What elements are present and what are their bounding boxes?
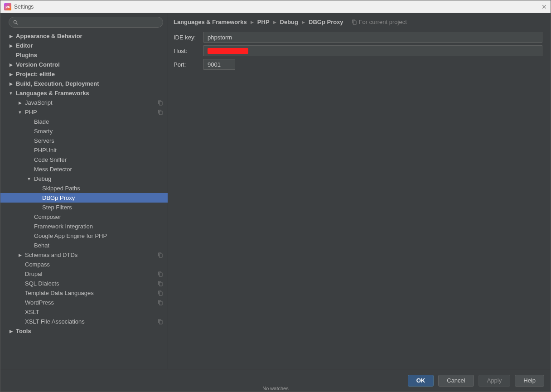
chevron-right-icon: ▶	[9, 63, 13, 67]
tree-item-code-sniffer[interactable]: ▶Code Sniffer	[0, 155, 168, 165]
chevron-right-icon: ▶	[9, 44, 13, 48]
host-label: Host:	[174, 48, 203, 54]
cancel-button[interactable]: Cancel	[438, 375, 474, 387]
tree-item-behat[interactable]: ▶Behat	[0, 241, 168, 250]
chevron-right-icon: ▶	[18, 101, 22, 105]
host-redacted-value	[208, 48, 248, 54]
tree-item-javascript[interactable]: ▶JavaScript	[0, 98, 168, 107]
copy-icon	[158, 319, 163, 324]
tree-item-framework-integration[interactable]: ▶Framework Integration	[0, 222, 168, 231]
tree-item-label: Smarty	[34, 128, 163, 135]
tree-item-xslt-file-associations[interactable]: ▶XSLT File Associations	[0, 317, 168, 326]
tree-item-label: Mess Detector	[34, 166, 163, 173]
tree-item-template-data-languages[interactable]: ▶Template Data Languages	[0, 288, 168, 298]
chevron-right-icon: ▶	[302, 20, 305, 24]
tree-item-step-filters[interactable]: ▶Step Filters	[0, 203, 168, 212]
tree-item-drupal[interactable]: ▶Drupal	[0, 269, 168, 279]
tree-item-label: Skipped Paths	[42, 185, 163, 192]
ide-key-label: IDE key:	[174, 34, 203, 41]
project-scope-hint: For current project	[352, 19, 407, 25]
crumb-1[interactable]: PHP	[257, 19, 270, 25]
tree-item-appearance-behavior[interactable]: ▶Appearance & Behavior	[0, 31, 168, 41]
copy-icon	[158, 252, 163, 258]
copy-icon	[158, 290, 163, 296]
help-button[interactable]: Help	[515, 375, 544, 387]
tree-item-plugins[interactable]: ▶Plugins	[0, 50, 168, 60]
tree-item-tools[interactable]: ▶Tools	[0, 326, 168, 336]
tree-item-label: XSLT	[25, 309, 163, 315]
tree-item-wordpress[interactable]: ▶WordPress	[0, 298, 168, 307]
tree-item-label: Tools	[16, 328, 163, 334]
tree-item-label: Build, Execution, Deployment	[16, 80, 163, 87]
copy-icon	[158, 110, 163, 115]
tree-item-label: Compass	[25, 261, 163, 268]
search-icon	[13, 19, 19, 25]
tree-item-label: Project: elittle	[16, 71, 163, 77]
tree-item-label: SQL Dialects	[25, 280, 158, 287]
crumb-3[interactable]: DBGp Proxy	[309, 19, 343, 25]
tree-item-label: Languages & Frameworks	[16, 90, 163, 97]
copy-icon	[158, 281, 163, 286]
ide-key-field[interactable]	[203, 32, 542, 43]
tree-item-label: Editor	[16, 42, 163, 49]
tree-item-blade[interactable]: ▶Blade	[0, 117, 168, 126]
tree-item-label: WordPress	[25, 299, 158, 306]
tree-item-label: Version Control	[16, 61, 163, 68]
tree-item-label: Appearance & Behavior	[16, 33, 163, 39]
search-input[interactable]	[19, 19, 159, 25]
tree-item-compass[interactable]: ▶Compass	[0, 260, 168, 269]
sidebar: ▶Appearance & Behavior▶Editor▶Plugins▶Ve…	[0, 13, 168, 369]
copy-icon	[352, 19, 357, 25]
tree-item-google-app-engine-for-php[interactable]: ▶Google App Engine for PHP	[0, 231, 168, 241]
tree-item-debug[interactable]: ▼Debug	[0, 174, 168, 184]
tree-item-sql-dialects[interactable]: ▶SQL Dialects	[0, 279, 168, 288]
tree-item-project-elittle[interactable]: ▶Project: elittle	[0, 69, 168, 79]
tree-item-composer[interactable]: ▶Composer	[0, 212, 168, 222]
crumb-2[interactable]: Debug	[280, 19, 298, 25]
titlebar: ps Settings ✕	[0, 0, 551, 13]
tree-item-languages-frameworks[interactable]: ▼Languages & Frameworks	[0, 88, 168, 98]
tree-item-build-execution-deployment[interactable]: ▶Build, Execution, Deployment	[0, 79, 168, 88]
chevron-right-icon: ▶	[251, 20, 254, 24]
tree-item-label: Servers	[34, 137, 163, 144]
status-bar-text: No watches	[0, 386, 551, 392]
tree-item-label: Composer	[34, 213, 163, 220]
close-icon[interactable]: ✕	[541, 3, 547, 10]
copy-icon	[158, 271, 163, 277]
chevron-down-icon: ▼	[9, 91, 13, 96]
tree-item-skipped-paths[interactable]: ▶Skipped Paths	[0, 184, 168, 193]
port-label: Port:	[174, 61, 203, 68]
tree-item-dbgp-proxy[interactable]: ▶DBGp Proxy	[0, 193, 168, 203]
ok-button[interactable]: OK	[408, 375, 434, 387]
tree-item-editor[interactable]: ▶Editor	[0, 41, 168, 50]
tree-item-schemas-and-dtds[interactable]: ▶Schemas and DTDs	[0, 250, 168, 260]
tree-item-xslt[interactable]: ▶XSLT	[0, 307, 168, 317]
main-panel: Languages & Frameworks ▶ PHP ▶ Debug ▶ D…	[168, 13, 551, 369]
tree-item-label: Behat	[34, 242, 163, 249]
port-field[interactable]	[203, 59, 235, 70]
breadcrumb: Languages & Frameworks ▶ PHP ▶ Debug ▶ D…	[168, 13, 551, 30]
tree-item-label: JavaScript	[25, 99, 158, 106]
tree-item-mess-detector[interactable]: ▶Mess Detector	[0, 165, 168, 174]
app-logo-icon: ps	[4, 3, 11, 10]
chevron-right-icon: ▶	[18, 253, 22, 257]
crumb-0[interactable]: Languages & Frameworks	[174, 19, 247, 25]
tree-item-version-control[interactable]: ▶Version Control	[0, 60, 168, 69]
tree-item-smarty[interactable]: ▶Smarty	[0, 126, 168, 136]
host-field[interactable]	[203, 45, 542, 56]
tree-item-label: Debug	[34, 175, 163, 182]
settings-tree[interactable]: ▶Appearance & Behavior▶Editor▶Plugins▶Ve…	[0, 29, 168, 369]
tree-item-php[interactable]: ▼PHP	[0, 107, 168, 117]
tree-item-label: DBGp Proxy	[42, 194, 163, 201]
window-title: Settings	[14, 4, 34, 10]
apply-button[interactable]: Apply	[478, 375, 511, 387]
chevron-down-icon: ▼	[27, 177, 31, 181]
tree-item-label: PHP	[25, 109, 158, 116]
tree-item-servers[interactable]: ▶Servers	[0, 136, 168, 145]
search-input-wrap[interactable]	[9, 17, 163, 28]
tree-item-phpunit[interactable]: ▶PHPUnit	[0, 145, 168, 155]
chevron-right-icon: ▶	[9, 82, 13, 86]
chevron-right-icon: ▶	[9, 72, 13, 77]
settings-window: ps Settings ✕ ▶Appearance & Behavior▶Edi…	[0, 0, 551, 392]
chevron-right-icon: ▶	[273, 20, 276, 24]
